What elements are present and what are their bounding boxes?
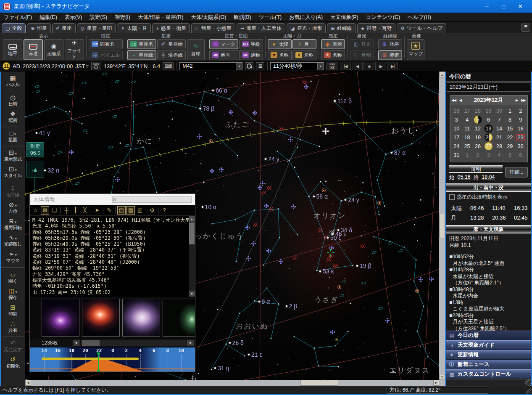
image-scrollbar[interactable] [81, 340, 186, 346]
calendar-day[interactable]: 20 [483, 133, 494, 142]
ribbon-button[interactable]: ╪境界線 [157, 50, 186, 60]
calendar-day[interactable]: 27 [462, 106, 472, 115]
close-button[interactable]: ✕ [512, 0, 529, 13]
nav-update-info[interactable]: ✦更新情報 [446, 350, 531, 360]
keyboard-button[interactable]: ⌨ [163, 62, 174, 70]
time-step-select[interactable]: ±1分40秒/秒 ▼ [270, 62, 324, 70]
fov-zoom-button[interactable]: ▲ [26, 161, 44, 178]
menu-item[interactable]: コンテンツ(C) [362, 13, 404, 22]
ribbon-button[interactable]: 赤道 [24, 39, 43, 60]
ribbon-button[interactable]: ∿目印 [187, 39, 205, 60]
object-info-scrollbar[interactable]: ▲ ▼ [189, 216, 195, 297]
menu-item[interactable]: 視野(I) [111, 13, 134, 22]
scroll-right-icon[interactable]: ▶ [187, 340, 194, 346]
ribbon-button[interactable]: 地平 [3, 39, 22, 60]
menu-item[interactable]: ファイル(F) [0, 13, 36, 22]
calendar-day[interactable]: 15 [505, 124, 515, 133]
tab[interactable]: ☀太陽・月 [117, 23, 151, 33]
ribbon-button[interactable]: M6通称 [239, 50, 263, 60]
calendar-day[interactable]: 12 [472, 124, 483, 133]
sidebar-item[interactable]: ◫▾保存 [1, 286, 25, 302]
ribbon-button[interactable]: ☾月明 [350, 50, 374, 60]
calendar-day[interactable]: 25 [462, 142, 472, 151]
search-input[interactable]: M42 ▼ [179, 62, 242, 70]
tab[interactable]: ◑惑星・衛星 [152, 23, 190, 33]
ribbon-button[interactable]: ✐星座絵 [157, 39, 186, 49]
tab[interactable]: ☄彗星・小惑星 [191, 23, 235, 33]
calendar-day[interactable]: 5 [505, 151, 515, 159]
scroll-left-icon[interactable]: ◀ [73, 340, 79, 346]
menu-item[interactable]: 編集(E) [36, 13, 61, 22]
sidebar-item[interactable]: ⊡▾スタイル [1, 164, 25, 180]
sidebar-item[interactable]: ⊟▾表示形式 [1, 148, 25, 164]
calendar-day[interactable]: 28 [494, 142, 504, 151]
calendar-day[interactable]: 8 [505, 115, 515, 124]
sidebar-item[interactable]: ∴共有 [1, 319, 25, 335]
tab[interactable]: ◈視野・写野 [357, 23, 395, 33]
sidebar-item[interactable]: R▾視野回転 [1, 216, 25, 233]
object-photo-thumbnail[interactable] [163, 299, 195, 337]
calendar-day[interactable]: 4 [462, 115, 472, 124]
calendar-day[interactable]: 21 [494, 133, 504, 142]
scroll-down-icon[interactable]: ▼ [189, 291, 195, 297]
deselect-icon[interactable]: ⊠ [41, 206, 49, 215]
calendar-day[interactable]: 26 [472, 142, 483, 151]
latitude-field[interactable]: 35°41'N [128, 63, 147, 69]
datetime-field[interactable]: 2023/12/23 22:00:00 [23, 63, 73, 69]
ribbon-button[interactable]: ○マーク [209, 39, 238, 49]
tab[interactable]: ⚙ツール・ヘルプ [397, 23, 446, 33]
pin-icon[interactable] [521, 24, 530, 32]
ribbon-button[interactable]: こと星座名 [127, 39, 156, 49]
now-button[interactable]: NOW [91, 62, 101, 70]
stop-button[interactable]: ■ [363, 62, 374, 70]
calendar-day[interactable]: 1 [462, 151, 472, 159]
calendar-day[interactable]: 24 [451, 142, 462, 151]
calendar-day[interactable]: 23 [515, 133, 526, 142]
menu-item[interactable]: ツール(T) [255, 13, 285, 22]
calendar-day[interactable]: 13 [483, 124, 494, 133]
menu-item[interactable]: 観測(B) [230, 13, 255, 22]
detail-button[interactable]: 詳細... [505, 167, 528, 178]
calendar-day[interactable]: 10 [451, 124, 462, 133]
ribbon-button[interactable]: ◉表示 [321, 39, 345, 49]
next-year-button[interactable]: ▶▶ [519, 98, 527, 102]
ribbon-button[interactable]: 火名称 [321, 50, 345, 60]
sidebar-item[interactable]: ➢▾マウス [1, 249, 25, 265]
calendar-day[interactable]: 3 [483, 151, 494, 159]
checkbox[interactable] [449, 194, 455, 200]
sidebar-item[interactable]: ◷日時 [1, 93, 25, 109]
chevron-down-icon[interactable]: ▼ [236, 63, 242, 70]
skip-end-button[interactable]: ▶| [387, 62, 398, 70]
tab[interactable]: ◎星雲・星団 [77, 23, 116, 33]
nav-today-calendar[interactable]: ▤今日の暦 [446, 331, 531, 340]
ribbon-button[interactable]: ✈フライト [65, 39, 84, 60]
play-button[interactable]: ▶ [375, 62, 386, 70]
crosshair-lock-icon[interactable]: ╂ [71, 206, 80, 215]
object-photo-thumbnail[interactable] [122, 299, 160, 337]
tab[interactable]: ⊞経緯線 [327, 23, 356, 33]
map-horizontal-scrollbar[interactable]: ◀ ▶ [25, 380, 439, 386]
menu-item[interactable]: 天文現象(P) [327, 13, 362, 22]
ribbon-button[interactable]: ●太陽 [268, 39, 292, 49]
step-x2-button[interactable]: STEP×2 [327, 62, 337, 70]
menu-item[interactable]: 表示(V) [61, 13, 86, 22]
chevron-down-icon[interactable]: ▼ [317, 63, 324, 70]
calendar-day[interactable]: 27 [483, 142, 494, 151]
calendar-day[interactable]: 19 [472, 133, 483, 142]
scrollbar-thumb[interactable] [189, 223, 195, 244]
pointer-icon[interactable]: ➤ [93, 206, 101, 215]
close-button[interactable]: ✕ [112, 196, 192, 203]
ribbon-button[interactable]: ★マップ [407, 39, 424, 60]
tab[interactable]: ◪昼光・地形 [287, 23, 326, 33]
sidebar-item[interactable]: ▦パネル [1, 73, 25, 90]
ribbon-button[interactable]: ◧昼光 [350, 39, 374, 49]
calendar-day[interactable]: 31 [451, 151, 462, 159]
menu-item[interactable]: 設定(S) [86, 13, 111, 22]
tab[interactable]: ▢全般 [2, 23, 26, 33]
calendar-day[interactable]: 3 [451, 115, 462, 124]
play-reverse-button[interactable]: ◀ [352, 62, 363, 70]
calendar-day[interactable]: 2 [472, 151, 483, 159]
calendar-day[interactable]: 4 [494, 151, 504, 159]
edit-icon[interactable]: ✎ [105, 206, 113, 215]
resize-grip-icon[interactable] [525, 379, 531, 386]
